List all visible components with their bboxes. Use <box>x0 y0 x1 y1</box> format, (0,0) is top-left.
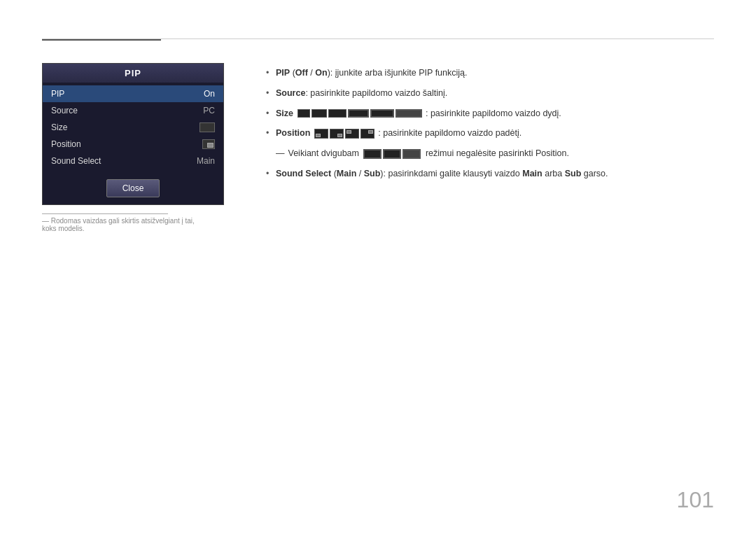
pos-icon-3 <box>345 129 359 139</box>
size-icon-2 <box>312 109 327 118</box>
pip-onoff-text: PIP (Off / On): įjunkite arba išjunkite … <box>276 68 468 78</box>
sound-select-label: Sound Select <box>51 156 101 166</box>
size-icon-4 <box>348 109 369 118</box>
pip-row-sound-select[interactable]: Sound Select Main <box>43 153 223 169</box>
position-icon <box>202 139 215 149</box>
em-dash: ― <box>276 147 285 160</box>
footnote-text: ― Rodomas vaizdas gali skirtis atsižvelg… <box>42 217 210 232</box>
desc-position: Position <box>266 127 714 140</box>
pip-close-button[interactable]: Close <box>106 179 160 197</box>
pip-row-position[interactable]: Position <box>43 136 223 153</box>
sound-select-text: Sound Select (Main / Sub): pasirinkdami … <box>276 169 608 178</box>
sound-sub-bold2: Sub <box>565 169 582 178</box>
page-container: PIP PIP On Source PC Size <box>0 0 756 534</box>
pos-icon-4 <box>360 129 374 139</box>
size-icon-1 <box>298 109 310 118</box>
description-list: PIP (Off / On): įjunkite arba išjunkite … <box>266 66 714 140</box>
top-divider-line <box>42 38 714 39</box>
size-label: Size <box>51 122 67 132</box>
footnote-line <box>42 213 168 214</box>
right-panel: PIP (Off / On): įjunkite arba išjunkite … <box>266 63 714 232</box>
pip-menu: PIP PIP On Source PC Size <box>42 63 224 205</box>
mode-icons-group <box>363 149 421 159</box>
pip-menu-title: PIP <box>43 64 223 83</box>
size-icon-3 <box>328 109 346 118</box>
source-label: Source <box>51 106 78 115</box>
page-number: 101 <box>677 487 714 513</box>
sound-select-bold: Sound Select <box>276 169 331 178</box>
desc-pip-onoff: PIP (Off / On): įjunkite arba išjunkite … <box>266 66 714 80</box>
pip-close-btn-area: Close <box>43 172 223 204</box>
mode-icon-2 <box>383 149 401 159</box>
pos-icon-2 <box>330 129 344 139</box>
pip-row-size[interactable]: Size <box>43 119 223 136</box>
size-icon-6 <box>396 109 422 118</box>
pip-row-pip[interactable]: PIP On <box>43 85 223 102</box>
pip-off: Off <box>295 68 308 78</box>
size-icon-5 <box>370 109 394 118</box>
pip-row-source[interactable]: Source PC <box>43 102 223 119</box>
pos-icons-group <box>314 129 374 139</box>
sound-select-value: Main <box>197 156 215 166</box>
desc-size: Size : pasirinkite papildomo vaizdo dydį… <box>266 107 714 120</box>
pos-icon-1 <box>314 129 328 139</box>
desc-source: Source: pasirinkite papildomo vaizdo šal… <box>266 87 714 100</box>
size-bold: Size <box>276 108 293 118</box>
desc-sound-select: Sound Select (Main / Sub): pasirinkdami … <box>266 167 714 181</box>
sound-sub-bold: Sub <box>364 169 381 178</box>
source-text: Source: pasirinkite papildomo vaizdo šal… <box>276 88 447 98</box>
position-orange: Position <box>536 148 566 158</box>
pip-menu-items: PIP On Source PC Size Pos <box>43 83 223 172</box>
size-icon <box>200 122 215 132</box>
mode-icon-3 <box>402 149 421 159</box>
position-bold: Position <box>276 128 310 138</box>
left-panel: PIP PIP On Source PC Size <box>42 63 238 232</box>
content-area: PIP PIP On Source PC Size <box>42 63 714 232</box>
mode-icon-1 <box>363 149 382 159</box>
source-value: PC <box>203 106 215 115</box>
size-icons-group <box>298 109 422 118</box>
pip-on: On <box>315 68 327 78</box>
pip-value: On <box>204 89 215 99</box>
position-subnote: ― Veikiant dvigubam režimui negalėsite p… <box>266 147 714 160</box>
size-text: Size : pasirinkite papildomo vaizdo dydį… <box>276 108 561 118</box>
description-list-2: Sound Select (Main / Sub): pasirinkdami … <box>266 167 714 181</box>
position-subnote-text: Veikiant dvigubam režimui negalėsite pas… <box>288 147 569 160</box>
source-bold: Source <box>276 88 305 98</box>
position-text: Position <box>276 128 522 138</box>
position-label: Position <box>51 139 81 149</box>
sound-main-bold2: Main <box>522 169 542 178</box>
pip-bold: PIP <box>276 68 290 78</box>
sound-main-bold: Main <box>337 169 356 178</box>
pip-label: PIP <box>51 89 64 99</box>
